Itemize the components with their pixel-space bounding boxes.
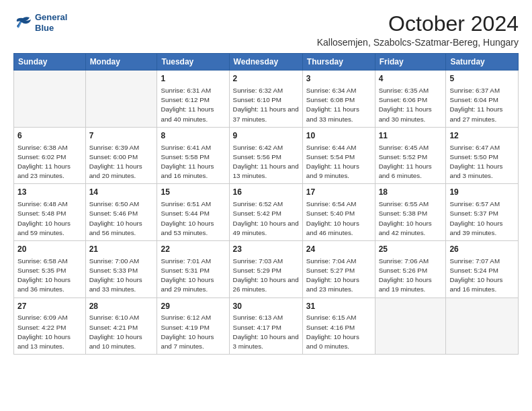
calendar-day: 3Sunrise: 6:34 AM Sunset: 6:08 PM Daylig…: [302, 71, 375, 128]
day-info: Sunrise: 7:06 AM Sunset: 5:26 PM Dayligh…: [379, 257, 443, 295]
calendar-day: 13Sunrise: 6:48 AM Sunset: 5:48 PM Dayli…: [14, 184, 86, 241]
day-info: Sunrise: 6:34 AM Sunset: 6:08 PM Dayligh…: [306, 86, 371, 124]
weekday-header-cell: Sunday: [14, 54, 86, 71]
calendar-day: 21Sunrise: 7:00 AM Sunset: 5:33 PM Dayli…: [85, 241, 157, 298]
calendar-day: 14Sunrise: 6:50 AM Sunset: 5:46 PM Dayli…: [85, 184, 157, 241]
day-number: 12: [449, 130, 515, 142]
calendar-week: 6Sunrise: 6:38 AM Sunset: 6:02 PM Daylig…: [14, 127, 519, 184]
calendar-day: 11Sunrise: 6:45 AM Sunset: 5:52 PM Dayli…: [375, 127, 446, 184]
calendar-day: 5Sunrise: 6:37 AM Sunset: 6:04 PM Daylig…: [446, 71, 519, 128]
calendar-day: 16Sunrise: 6:52 AM Sunset: 5:42 PM Dayli…: [229, 184, 302, 241]
calendar-day: 25Sunrise: 7:06 AM Sunset: 5:26 PM Dayli…: [375, 241, 446, 298]
day-info: Sunrise: 6:10 AM Sunset: 4:21 PM Dayligh…: [89, 313, 154, 351]
day-info: Sunrise: 6:41 AM Sunset: 5:58 PM Dayligh…: [161, 143, 225, 181]
day-info: Sunrise: 6:48 AM Sunset: 5:48 PM Dayligh…: [17, 199, 82, 238]
day-info: Sunrise: 6:38 AM Sunset: 6:02 PM Dayligh…: [17, 143, 82, 181]
day-info: Sunrise: 6:37 AM Sunset: 6:04 PM Dayligh…: [449, 86, 515, 124]
calendar-day: 18Sunrise: 6:55 AM Sunset: 5:38 PM Dayli…: [375, 184, 446, 241]
day-number: 15: [161, 187, 225, 198]
day-info: Sunrise: 6:45 AM Sunset: 5:52 PM Dayligh…: [379, 143, 443, 181]
calendar-day: 12Sunrise: 6:47 AM Sunset: 5:50 PM Dayli…: [446, 127, 519, 184]
day-info: Sunrise: 6:57 AM Sunset: 5:37 PM Dayligh…: [449, 199, 515, 238]
calendar-day: 31Sunrise: 6:15 AM Sunset: 4:16 PM Dayli…: [302, 298, 375, 355]
day-number: 21: [89, 244, 154, 255]
day-number: 1: [161, 73, 225, 85]
weekday-header-cell: Saturday: [446, 54, 519, 71]
day-number: 3: [306, 73, 371, 85]
calendar-day: 26Sunrise: 7:07 AM Sunset: 5:24 PM Dayli…: [446, 241, 519, 298]
day-info: Sunrise: 6:31 AM Sunset: 6:12 PM Dayligh…: [161, 86, 225, 124]
day-info: Sunrise: 7:04 AM Sunset: 5:27 PM Dayligh…: [306, 257, 371, 295]
day-number: 28: [89, 301, 154, 312]
day-number: 20: [17, 244, 82, 255]
day-number: 18: [379, 187, 443, 198]
day-number: 27: [17, 301, 82, 312]
day-number: 29: [161, 301, 225, 312]
calendar-day: [375, 298, 446, 355]
day-info: Sunrise: 6:58 AM Sunset: 5:35 PM Dayligh…: [17, 257, 82, 295]
day-info: Sunrise: 6:52 AM Sunset: 5:42 PM Dayligh…: [233, 199, 299, 238]
calendar-day: 30Sunrise: 6:13 AM Sunset: 4:17 PM Dayli…: [229, 298, 302, 355]
day-number: 10: [306, 130, 371, 142]
day-number: 9: [233, 130, 299, 142]
calendar-day: 22Sunrise: 7:01 AM Sunset: 5:31 PM Dayli…: [157, 241, 229, 298]
header: General Blue October 2024 Kallosemjen, S…: [13, 12, 519, 48]
calendar: SundayMondayTuesdayWednesdayThursdayFrid…: [13, 53, 519, 355]
day-number: 11: [379, 130, 443, 142]
day-info: Sunrise: 7:07 AM Sunset: 5:24 PM Dayligh…: [449, 257, 515, 295]
calendar-day: 1Sunrise: 6:31 AM Sunset: 6:12 PM Daylig…: [157, 71, 229, 128]
weekday-header-cell: Tuesday: [157, 54, 229, 71]
day-number: 19: [449, 187, 515, 198]
calendar-day: 24Sunrise: 7:04 AM Sunset: 5:27 PM Dayli…: [302, 241, 375, 298]
logo: General Blue: [13, 12, 67, 33]
calendar-week: 1Sunrise: 6:31 AM Sunset: 6:12 PM Daylig…: [14, 71, 519, 128]
calendar-week: 27Sunrise: 6:09 AM Sunset: 4:22 PM Dayli…: [14, 298, 519, 355]
day-info: Sunrise: 6:55 AM Sunset: 5:38 PM Dayligh…: [379, 199, 443, 238]
day-number: 31: [306, 301, 371, 312]
day-number: 5: [449, 73, 515, 85]
calendar-day: 28Sunrise: 6:10 AM Sunset: 4:21 PM Dayli…: [85, 298, 157, 355]
day-number: 22: [161, 244, 225, 255]
calendar-day: 2Sunrise: 6:32 AM Sunset: 6:10 PM Daylig…: [229, 71, 302, 128]
calendar-day: 29Sunrise: 6:12 AM Sunset: 4:19 PM Dayli…: [157, 298, 229, 355]
calendar-day: 19Sunrise: 6:57 AM Sunset: 5:37 PM Dayli…: [446, 184, 519, 241]
day-number: 25: [379, 244, 443, 255]
calendar-week: 13Sunrise: 6:48 AM Sunset: 5:48 PM Dayli…: [14, 184, 519, 241]
day-info: Sunrise: 7:01 AM Sunset: 5:31 PM Dayligh…: [161, 257, 225, 295]
day-info: Sunrise: 6:42 AM Sunset: 5:56 PM Dayligh…: [233, 143, 299, 181]
day-info: Sunrise: 6:12 AM Sunset: 4:19 PM Dayligh…: [161, 313, 225, 351]
weekday-header-cell: Monday: [85, 54, 157, 71]
day-info: Sunrise: 6:51 AM Sunset: 5:44 PM Dayligh…: [161, 199, 225, 238]
day-info: Sunrise: 6:39 AM Sunset: 6:00 PM Dayligh…: [89, 143, 154, 181]
location-title: Kallosemjen, Szabolcs-Szatmar-Bereg, Hun…: [317, 37, 519, 48]
calendar-day: 6Sunrise: 6:38 AM Sunset: 6:02 PM Daylig…: [14, 127, 86, 184]
weekday-header-cell: Friday: [375, 54, 446, 71]
day-info: Sunrise: 6:44 AM Sunset: 5:54 PM Dayligh…: [306, 143, 371, 181]
calendar-day: 20Sunrise: 6:58 AM Sunset: 5:35 PM Dayli…: [14, 241, 86, 298]
day-info: Sunrise: 6:13 AM Sunset: 4:17 PM Dayligh…: [233, 313, 299, 351]
day-info: Sunrise: 6:15 AM Sunset: 4:16 PM Dayligh…: [306, 313, 371, 351]
calendar-body: 1Sunrise: 6:31 AM Sunset: 6:12 PM Daylig…: [14, 71, 519, 355]
weekday-header-cell: Thursday: [302, 54, 375, 71]
calendar-day: 7Sunrise: 6:39 AM Sunset: 6:00 PM Daylig…: [85, 127, 157, 184]
calendar-day: 23Sunrise: 7:03 AM Sunset: 5:29 PM Dayli…: [229, 241, 302, 298]
day-info: Sunrise: 7:03 AM Sunset: 5:29 PM Dayligh…: [233, 257, 299, 295]
title-block: October 2024 Kallosemjen, Szabolcs-Szatm…: [317, 12, 519, 48]
day-number: 8: [161, 130, 225, 142]
calendar-day: 9Sunrise: 6:42 AM Sunset: 5:56 PM Daylig…: [229, 127, 302, 184]
day-info: Sunrise: 6:47 AM Sunset: 5:50 PM Dayligh…: [449, 143, 515, 181]
calendar-day: 10Sunrise: 6:44 AM Sunset: 5:54 PM Dayli…: [302, 127, 375, 184]
calendar-day: 4Sunrise: 6:35 AM Sunset: 6:06 PM Daylig…: [375, 71, 446, 128]
day-number: 2: [233, 73, 299, 85]
calendar-day: 8Sunrise: 6:41 AM Sunset: 5:58 PM Daylig…: [157, 127, 229, 184]
calendar-day: [446, 298, 519, 355]
day-info: Sunrise: 7:00 AM Sunset: 5:33 PM Dayligh…: [89, 257, 154, 295]
day-number: 13: [17, 187, 82, 198]
day-info: Sunrise: 6:35 AM Sunset: 6:06 PM Dayligh…: [379, 86, 443, 124]
day-number: 7: [89, 130, 154, 142]
logo-icon: [13, 15, 32, 30]
calendar-day: 17Sunrise: 6:54 AM Sunset: 5:40 PM Dayli…: [302, 184, 375, 241]
day-number: 14: [89, 187, 154, 198]
day-info: Sunrise: 6:50 AM Sunset: 5:46 PM Dayligh…: [89, 199, 154, 238]
day-number: 26: [449, 244, 515, 255]
